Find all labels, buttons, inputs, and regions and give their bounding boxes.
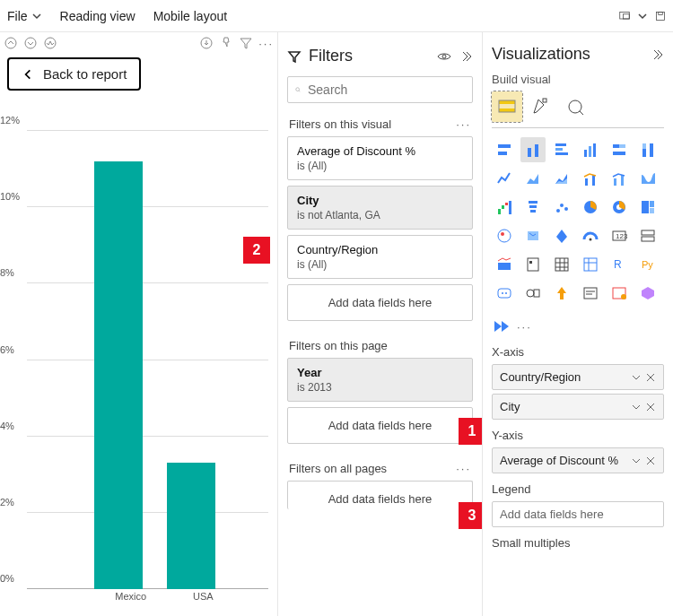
table-icon[interactable] xyxy=(549,252,574,277)
filter-search[interactable] xyxy=(287,76,473,103)
close-icon[interactable] xyxy=(645,455,656,466)
power-automate-icon[interactable] xyxy=(492,317,511,336)
svg-rect-34 xyxy=(621,175,624,186)
ribbon-icon[interactable] xyxy=(635,166,660,191)
bar-chart[interactable]: 0% 2% 4% 6% 8% 10% 12% Mexico xyxy=(0,131,268,607)
slicer-icon[interactable] xyxy=(520,252,546,277)
card-icon[interactable]: 123 xyxy=(607,223,632,248)
filter-icon[interactable] xyxy=(239,36,253,50)
back-to-report-button[interactable]: Back to report xyxy=(7,57,141,91)
svg-rect-32 xyxy=(592,175,595,186)
reading-view-menu[interactable]: Reading view xyxy=(60,9,135,23)
collapse-icon[interactable] xyxy=(459,49,473,64)
py-visual-icon[interactable]: Py xyxy=(635,252,660,277)
svg-point-4 xyxy=(5,38,16,48)
drill-up-icon[interactable] xyxy=(4,36,18,50)
decomposition-icon[interactable] xyxy=(549,281,574,306)
svg-rect-19 xyxy=(555,143,566,146)
expand-icon[interactable] xyxy=(43,36,57,50)
build-format-tab[interactable] xyxy=(526,91,556,122)
add-all-pages-filter[interactable]: Add data fields here xyxy=(287,481,473,509)
page-filters-header: Filters on this page xyxy=(289,339,388,352)
close-icon[interactable] xyxy=(645,402,656,412)
stacked-area-icon[interactable] xyxy=(549,166,574,191)
filter-card-country[interactable]: Country/Region is (All) xyxy=(287,235,473,279)
treemap-icon[interactable] xyxy=(635,195,660,220)
100-stacked-bar-icon[interactable] xyxy=(607,137,632,162)
close-icon[interactable] xyxy=(645,372,656,383)
chevron-down-icon xyxy=(31,11,42,22)
qa-icon[interactable] xyxy=(492,281,517,306)
map-icon[interactable] xyxy=(492,223,517,248)
filters-title: Filters xyxy=(309,47,430,65)
chevron-down-icon[interactable] xyxy=(631,372,642,383)
filter-card-city[interactable]: City is not Atlanta, GA xyxy=(287,186,473,230)
more-icon[interactable]: ··· xyxy=(456,462,471,475)
svg-rect-16 xyxy=(498,152,507,155)
filter-card-discount[interactable]: Average of Discount % is (All) xyxy=(287,136,473,180)
file-menu[interactable]: File xyxy=(7,9,42,23)
eye-icon[interactable] xyxy=(437,49,451,64)
kpi-icon[interactable] xyxy=(492,252,517,277)
azure-map-icon[interactable] xyxy=(549,223,574,248)
field-discount[interactable]: Average of Discount % xyxy=(492,447,664,473)
legend-drop[interactable]: Add data fields here xyxy=(492,501,664,527)
multi-card-icon[interactable] xyxy=(635,223,660,248)
line-stacked-column-icon[interactable] xyxy=(578,166,603,191)
field-country-region[interactable]: Country/Region xyxy=(492,364,664,390)
matrix-icon[interactable] xyxy=(578,252,603,277)
r-visual-icon[interactable]: R xyxy=(607,252,632,277)
filter-card-year[interactable]: Year is 2013 xyxy=(287,358,473,402)
collapse-icon[interactable] xyxy=(650,48,664,62)
svg-rect-1 xyxy=(624,13,630,18)
clustered-bar-icon[interactable] xyxy=(549,137,574,162)
svg-point-52 xyxy=(501,232,504,236)
x-label: USA xyxy=(193,591,214,602)
bar-usa[interactable] xyxy=(167,463,215,589)
chevron-down-icon[interactable] xyxy=(631,455,642,466)
download-icon[interactable] xyxy=(199,36,214,50)
narrative-icon[interactable] xyxy=(578,281,603,306)
scatter-icon[interactable] xyxy=(549,195,574,220)
chevron-down-icon[interactable] xyxy=(637,11,648,22)
mobile-layout-menu[interactable]: Mobile layout xyxy=(153,9,228,23)
pie-icon[interactable] xyxy=(578,195,603,220)
pin-icon[interactable] xyxy=(219,36,233,50)
stacked-column-icon[interactable] xyxy=(520,137,546,162)
clustered-column-icon[interactable] xyxy=(578,137,603,162)
svg-point-53 xyxy=(590,239,592,241)
100-stacked-column-icon[interactable] xyxy=(635,137,660,162)
save-icon[interactable] xyxy=(655,11,666,22)
format-icon xyxy=(531,97,551,117)
line-icon[interactable] xyxy=(492,166,517,191)
add-visual-filter[interactable]: Add data fields here xyxy=(287,284,473,321)
search-input[interactable] xyxy=(308,82,465,97)
powerapps-icon[interactable] xyxy=(635,281,660,306)
more-visuals-icon[interactable]: ··· xyxy=(517,320,532,334)
add-page-filter[interactable]: Add data fields here xyxy=(287,407,473,444)
svg-text:Py: Py xyxy=(642,259,653,270)
layout-icon[interactable] xyxy=(619,11,630,22)
area-icon[interactable] xyxy=(520,166,546,191)
key-influencers-icon[interactable] xyxy=(520,281,546,306)
svg-rect-27 xyxy=(613,152,625,155)
funnel-icon[interactable] xyxy=(520,195,546,220)
stacked-bar-icon[interactable] xyxy=(492,137,517,162)
more-icon[interactable]: ··· xyxy=(258,37,274,50)
build-analytics-tab[interactable] xyxy=(560,91,590,122)
drill-down-icon[interactable] xyxy=(23,36,38,50)
build-fields-tab[interactable] xyxy=(492,91,522,122)
donut-icon[interactable] xyxy=(607,195,632,220)
chevron-down-icon[interactable] xyxy=(631,402,642,412)
waterfall-icon[interactable] xyxy=(492,195,517,220)
filled-map-icon[interactable] xyxy=(520,223,546,248)
line-clustered-column-icon[interactable] xyxy=(607,166,632,191)
filter-name: Year xyxy=(297,366,463,379)
svg-point-8 xyxy=(442,55,446,58)
paginated-icon[interactable] xyxy=(607,281,632,306)
gauge-icon[interactable] xyxy=(578,223,603,248)
bar-mexico[interactable] xyxy=(94,161,143,589)
more-icon[interactable]: ··· xyxy=(456,117,471,131)
field-label: City xyxy=(500,400,520,413)
field-city[interactable]: City xyxy=(492,394,664,420)
